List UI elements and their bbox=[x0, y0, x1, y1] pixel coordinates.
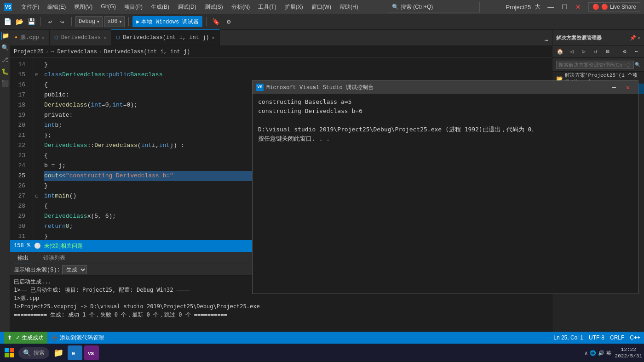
activity-explorer[interactable]: 📁 bbox=[1, 32, 9, 40]
breadcrumb-file[interactable]: → Derivedclass bbox=[51, 49, 97, 55]
menu-tools[interactable]: 工具(T) bbox=[254, 2, 280, 12]
platform-arrow: ▼ bbox=[119, 20, 121, 24]
encoding-status: UTF-8 bbox=[589, 334, 604, 341]
menu-help[interactable]: 帮助(H) bbox=[336, 2, 362, 12]
menu-window[interactable]: 窗口(W) bbox=[308, 2, 335, 12]
start-button[interactable] bbox=[2, 345, 17, 360]
activity-debug[interactable]: 🐛 bbox=[1, 68, 9, 76]
taskbar-search-icon: 🔍 bbox=[23, 349, 31, 357]
menu-file[interactable]: 文件(F) bbox=[17, 2, 43, 12]
panel-tab-errors[interactable]: 错误列表 bbox=[40, 252, 69, 264]
build-success-status[interactable]: ⬆ ✓ 生成成功 bbox=[4, 332, 47, 344]
run-button[interactable]: ▶ 本地 Windows 调试器 bbox=[132, 16, 202, 27]
line-num-28: 28 bbox=[10, 201, 29, 211]
line-col-status: Ln 25, Col 1 bbox=[553, 334, 583, 341]
line-num-22: 22 bbox=[10, 141, 29, 151]
tray-icons: ∧ 🌐 🔊 英 bbox=[585, 350, 611, 356]
new-file-button[interactable]: 📄 bbox=[2, 16, 13, 27]
tab-dc-close[interactable]: ✕ bbox=[104, 35, 106, 40]
build-success-icon: ⬆ bbox=[7, 334, 12, 341]
maximize-button[interactable]: ☐ bbox=[558, 2, 571, 11]
line-num-27: 27 bbox=[10, 191, 29, 201]
tab-ctor-close[interactable]: ✕ bbox=[212, 35, 215, 40]
taskbar-search[interactable]: 🔍 搜索 bbox=[18, 347, 49, 359]
sidebar-forward-button[interactable]: ▷ bbox=[578, 46, 589, 57]
sidebar-settings-button[interactable]: ⚙ bbox=[619, 46, 630, 57]
sidebar-preview-button[interactable]: ⋯ bbox=[631, 46, 642, 57]
sidebar-search-input[interactable] bbox=[556, 61, 634, 69]
sidebar-collapse-button[interactable]: ⊟ bbox=[602, 46, 613, 57]
taskbar-file-explorer[interactable]: 📁 bbox=[51, 345, 66, 360]
menu-extensions[interactable]: 扩展(X) bbox=[281, 2, 307, 12]
line-num-30: 30 bbox=[10, 221, 29, 232]
platform-dropdown[interactable]: x86 ▼ bbox=[104, 16, 125, 27]
line-num-20: 20 bbox=[10, 120, 29, 130]
breadcrumb-project[interactable]: Project25 bbox=[14, 49, 44, 55]
clock-date: 2022/5/31 bbox=[615, 353, 642, 359]
global-search[interactable]: 🔍 搜索 (Ctrl+Q) bbox=[388, 2, 480, 12]
line-num-29: 29 bbox=[10, 211, 29, 221]
menu-test[interactable]: 测试(S) bbox=[201, 2, 227, 12]
sidebar-search: 🔍 bbox=[552, 58, 644, 72]
sidebar-close-icon[interactable]: ✕ bbox=[637, 35, 640, 41]
output-line-3: 1>源.cpp bbox=[14, 294, 548, 302]
sidebar-pin-icon[interactable]: 📌 bbox=[630, 35, 636, 41]
activity-extensions[interactable]: ⬛ bbox=[1, 79, 9, 88]
line-num-26: 26 bbox=[10, 181, 29, 191]
sidebar-back-button[interactable]: ◁ bbox=[566, 46, 577, 57]
live-share-button[interactable]: 🔴 🔴 Live Share bbox=[588, 2, 640, 11]
menu-project[interactable]: 项目(P) bbox=[121, 2, 146, 12]
debug-console-close[interactable]: ✕ bbox=[621, 83, 634, 92]
tab-constructor[interactable]: ⬡ Derivedclass(int i, int j) ✕ bbox=[111, 29, 219, 45]
debug-line-2: constructing Derivedclass b=6 bbox=[258, 107, 632, 116]
add-source-control[interactable]: ➕ 添加到源代码管理 bbox=[51, 334, 104, 342]
svg-text:VS: VS bbox=[88, 351, 94, 356]
sidebar-home-button[interactable]: 🏠 bbox=[554, 46, 565, 57]
line-num-23: 23 bbox=[10, 151, 29, 161]
build-success-label: ✓ 生成成功 bbox=[16, 334, 44, 342]
output-source-select[interactable]: 生成 bbox=[62, 265, 87, 274]
menu-debug[interactable]: 调试(D) bbox=[174, 2, 200, 12]
debug-config-dropdown[interactable]: Debug ▼ bbox=[75, 16, 103, 27]
tab-ctor-icon: ⬡ bbox=[116, 35, 120, 40]
menu-git[interactable]: Git(G) bbox=[97, 2, 120, 12]
title-bar: VS 文件(F) 编辑(E) 视图(V) Git(G) 项目(P) 生成(B) … bbox=[0, 0, 644, 14]
redo-button[interactable]: ↪ bbox=[57, 16, 68, 27]
menu-analyze[interactable]: 分析(N) bbox=[228, 2, 254, 12]
open-folder-button[interactable]: 📂 bbox=[14, 16, 25, 27]
tab-derivedclass[interactable]: ⬡ Derivedclass ✕ bbox=[50, 29, 111, 45]
tray-volume-icon[interactable]: 🔊 bbox=[598, 350, 604, 356]
taskbar-clock[interactable]: 12:22 2022/5/31 bbox=[615, 346, 642, 359]
breadcrumb: Project25 › → Derivedclass › Derivedclas… bbox=[10, 46, 552, 58]
collapse-27[interactable]: ⊟ bbox=[33, 191, 40, 201]
sidebar-search-icon: 🔍 bbox=[635, 62, 640, 68]
tray-language-label: 英 bbox=[606, 350, 611, 356]
save-button[interactable]: 💾 bbox=[26, 16, 37, 27]
menu-edit[interactable]: 编辑(E) bbox=[44, 2, 69, 12]
panel-tab-output[interactable]: 输出 bbox=[14, 252, 32, 264]
undo-button[interactable]: ↩ bbox=[45, 16, 56, 27]
minimize-button[interactable]: — bbox=[544, 2, 557, 11]
taskbar-vs-icon[interactable]: VS bbox=[84, 345, 99, 360]
collapse-15[interactable]: ⊟ bbox=[33, 70, 40, 80]
debug-console-minimize[interactable]: — bbox=[608, 83, 621, 92]
menu-view[interactable]: 视图(V) bbox=[70, 2, 96, 12]
svg-rect-5 bbox=[10, 353, 14, 357]
tab-collapse-button[interactable]: ⋯ bbox=[541, 34, 552, 45]
tab-source-close[interactable]: ✕ bbox=[42, 35, 45, 40]
taskbar-edge[interactable]: e bbox=[68, 345, 82, 360]
activity-git[interactable]: ⎇ bbox=[1, 56, 9, 64]
settings-button[interactable]: ⚙ bbox=[223, 16, 234, 27]
close-button[interactable]: ✕ bbox=[572, 2, 585, 11]
activity-search[interactable]: 🔍 bbox=[1, 44, 9, 52]
debug-console-output: constructing Baseclass a=5 constructing … bbox=[253, 94, 638, 294]
bookmark-button[interactable]: 🔖 bbox=[210, 16, 221, 27]
breadcrumb-method[interactable]: Derivedclass(int i, int j) bbox=[104, 49, 190, 55]
zoom-label: 大 bbox=[535, 3, 540, 11]
tray-network-icon[interactable]: 🌐 bbox=[590, 350, 596, 356]
toolbar: 📄 📂 💾 ↩ ↪ Debug ▼ x86 ▼ ▶ 本地 Windows 调试器… bbox=[0, 14, 644, 30]
tab-source[interactable]: ● 源.cpp ✕ bbox=[10, 29, 50, 45]
tray-chevron[interactable]: ∧ bbox=[585, 350, 588, 356]
sidebar-refresh-button[interactable]: ↺ bbox=[590, 46, 601, 57]
menu-build[interactable]: 生成(B) bbox=[147, 2, 173, 12]
